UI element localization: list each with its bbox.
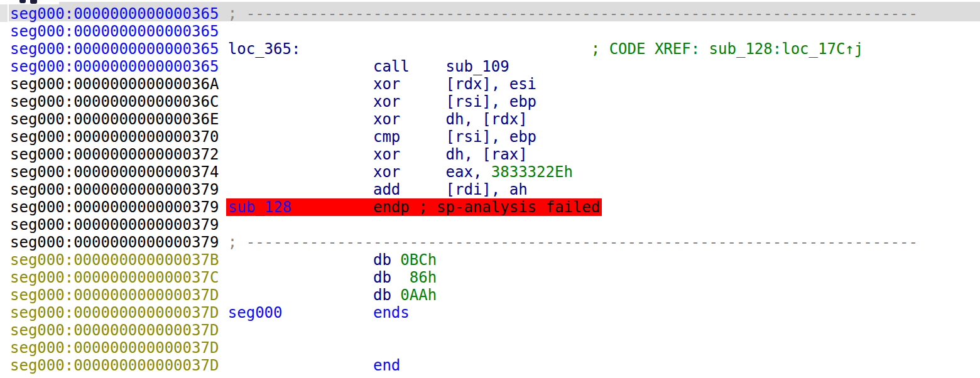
- address: seg000:0000000000000365: [10, 58, 219, 75]
- mnemonic: xor: [373, 75, 400, 93]
- call-target[interactable]: sub_109: [446, 58, 509, 75]
- disasm-line-instruction[interactable]: seg000:0000000000000374 xor eax, 3833322…: [0, 163, 980, 181]
- address: seg000:000000000000037D: [10, 339, 219, 357]
- disasm-line-instruction[interactable]: seg000:0000000000000379 add [rdi], ah: [0, 181, 980, 198]
- disasm-line-instruction[interactable]: seg000:0000000000000372 xor dh, [rax]: [0, 146, 980, 163]
- operands: [rdi], ah: [446, 181, 528, 198]
- byte-value: 86h: [400, 269, 437, 286]
- end-directive: end: [373, 357, 400, 374]
- address: seg000:000000000000037D: [10, 321, 219, 339]
- address: seg000:0000000000000370: [10, 128, 219, 146]
- disasm-line-instruction[interactable]: seg000:000000000000036C xor [rsi], ebp: [0, 93, 980, 111]
- mnemonic: xor: [373, 93, 400, 111]
- address: seg000:0000000000000379: [10, 216, 219, 234]
- disasm-line-separator[interactable]: seg000:0000000000000379 ; --------------…: [0, 234, 980, 251]
- disasm-line-data[interactable]: seg000:000000000000037B db 0BCh: [0, 251, 980, 269]
- address: seg000:000000000000036E: [10, 111, 219, 128]
- disasm-line[interactable]: seg000:0000000000000365: [0, 23, 980, 40]
- operands: dh, [rax]: [446, 146, 528, 163]
- disasm-line-instruction[interactable]: seg000:000000000000036E xor dh, [rdx]: [0, 111, 980, 128]
- address: seg000:000000000000037C: [10, 269, 219, 286]
- location-label[interactable]: loc_365:: [228, 40, 301, 58]
- immediate-value: 3833322Eh: [491, 163, 573, 181]
- byte-value: 0AAh: [400, 286, 437, 304]
- mnemonic: add: [373, 181, 400, 198]
- segment-name[interactable]: seg000: [228, 304, 283, 321]
- address: seg000:000000000000037D: [10, 304, 219, 321]
- operands: eax,: [446, 163, 491, 181]
- address: seg000:000000000000037D: [10, 357, 219, 374]
- disasm-line[interactable]: seg000:0000000000000379: [0, 216, 980, 234]
- operands: dh, [rdx]: [446, 111, 528, 128]
- address: seg000:0000000000000379: [10, 181, 219, 198]
- disasm-line[interactable]: seg000:000000000000037D: [0, 339, 980, 357]
- address: seg000:000000000000037D: [10, 286, 219, 304]
- separator-comment: ; --------------------------------------…: [228, 234, 918, 251]
- mnemonic: xor: [373, 111, 400, 128]
- operands: [rsi], ebp: [446, 128, 537, 146]
- operands: [rdx], esi: [446, 75, 537, 93]
- separator-comment: ; --------------------------------------…: [228, 5, 918, 23]
- disasm-line-data[interactable]: seg000:000000000000037C db 86h: [0, 269, 980, 286]
- xref-comment[interactable]: ; CODE XREF: sub_128:loc_17C↑j: [591, 40, 863, 58]
- byte-value: 0BCh: [400, 251, 437, 269]
- disasm-line-end[interactable]: seg000:000000000000037D end: [0, 357, 980, 374]
- db-directive: db: [373, 251, 391, 269]
- disasm-line-separator[interactable]: seg000:0000000000000365 ; --------------…: [0, 5, 980, 23]
- disasm-line-data[interactable]: seg000:000000000000037D db 0AAh: [0, 286, 980, 304]
- address: seg000:000000000000036C: [10, 93, 219, 111]
- disasm-line-label[interactable]: seg000:0000000000000365 loc_365: ; CODE …: [0, 40, 980, 58]
- ends-directive: ends: [373, 304, 410, 321]
- db-directive: db: [373, 269, 391, 286]
- mnemonic: call: [373, 58, 410, 75]
- disasm-line[interactable]: seg000:000000000000037D: [0, 321, 980, 339]
- endp-directive: endp ; sp-analysis failed: [373, 198, 600, 216]
- disasm-line-segment-end[interactable]: seg000:000000000000037D seg000 ends: [0, 304, 980, 321]
- address: seg000:0000000000000365: [10, 5, 219, 23]
- mnemonic: xor: [373, 146, 400, 163]
- mnemonic: xor: [373, 163, 400, 181]
- address: seg000:0000000000000365: [10, 40, 219, 58]
- address: seg000:0000000000000372: [10, 146, 219, 163]
- db-directive: db: [373, 286, 391, 304]
- function-name[interactable]: sub_128: [228, 198, 291, 216]
- disasm-line-instruction[interactable]: seg000:000000000000036A xor [rdx], esi: [0, 75, 980, 93]
- disasm-line-instruction[interactable]: seg000:0000000000000365 call sub_109: [0, 58, 980, 75]
- disassembly-view: seg000:0000000000000365 ; --------------…: [0, 0, 980, 378]
- address: seg000:0000000000000379: [10, 234, 219, 251]
- address: seg000:0000000000000379: [10, 198, 219, 216]
- address: seg000:000000000000036A: [10, 75, 219, 93]
- address: seg000:0000000000000365: [10, 23, 219, 40]
- disasm-line-endp-error[interactable]: seg000:0000000000000379 sub_128 endp ; s…: [0, 198, 980, 216]
- listing: seg000:0000000000000365 ; --------------…: [0, 0, 980, 374]
- operands: [rsi], ebp: [446, 93, 537, 111]
- disasm-line-instruction[interactable]: seg000:0000000000000370 cmp [rsi], ebp: [0, 128, 980, 146]
- mnemonic: cmp: [373, 128, 400, 146]
- address: seg000:0000000000000374: [10, 163, 219, 181]
- address: seg000:000000000000037B: [10, 251, 219, 269]
